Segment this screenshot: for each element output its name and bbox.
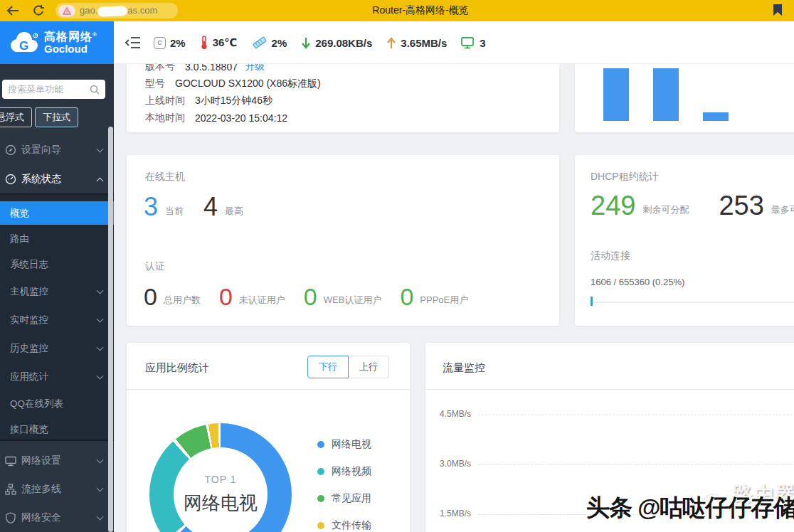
- gridline-4-5: 4.5MB/s: [425, 409, 794, 420]
- cpu-icon: C: [154, 37, 166, 49]
- legend-item-iptv[interactable]: 网络电视: [317, 431, 371, 458]
- up-arrow-icon: [386, 37, 396, 49]
- sidebar-item-system-log[interactable]: 系统日志: [0, 252, 114, 277]
- dhcp-card: DHCP租约统计 249 剩余可分配 253 最多可分配 活动连接 1606 /…: [575, 155, 794, 326]
- mode-tab-floating[interactable]: 悬浮式: [0, 107, 32, 127]
- sidebar-collapse-icon[interactable]: [125, 36, 141, 49]
- watermark-text: 头条 @咕哒仔仔存储: [586, 492, 794, 524]
- cloud-logo-icon: G R: [7, 30, 41, 55]
- menu-search[interactable]: [2, 80, 105, 99]
- donut-top-label: TOP 1: [205, 474, 237, 485]
- sidebar-item-network-settings[interactable]: 网络设置: [0, 447, 114, 475]
- cpu-usage: C 2%: [154, 37, 186, 49]
- sidebar-item-realtime-monitor[interactable]: 实时监控: [0, 307, 114, 333]
- display-icon: [4, 456, 17, 467]
- monitor-icon: [461, 36, 475, 49]
- interface-bars-card: [575, 64, 794, 132]
- legend-item-common-apps[interactable]: 常见应用: [317, 485, 371, 512]
- upload-speed: 3.65MB/s: [386, 37, 447, 49]
- upgrade-link[interactable]: 升级: [245, 64, 265, 73]
- sidebar-item-flow-control[interactable]: 流控多线: [0, 475, 114, 504]
- sidebar-item-setup-wizard[interactable]: 设置向导: [0, 136, 114, 164]
- url-redaction: [97, 6, 127, 16]
- chevron-down-icon: [97, 514, 104, 521]
- card-divider: [425, 389, 794, 390]
- chevron-down-icon: [97, 344, 104, 351]
- dhcp-remaining: 249 剩余可分配: [591, 191, 689, 221]
- legend-item-video[interactable]: 网络视频: [317, 458, 371, 485]
- menu-mode-tabs: 悬浮式 下拉式: [0, 107, 78, 127]
- connections-progress-track: [591, 302, 794, 303]
- brand-logo[interactable]: G R 高格网络® Gocloud: [0, 21, 114, 64]
- chevron-down-icon: [97, 316, 104, 323]
- app-ratio-card: 应用比例统计 下行 上行 TOP 1 网络电视 网络电视 网络视频 常见应用 文…: [127, 343, 410, 532]
- auth-web-users: 0 WEB认证用户: [304, 283, 382, 311]
- mode-tab-dropdown[interactable]: 下拉式: [35, 107, 78, 127]
- app-ratio-title: 应用比例统计: [145, 361, 209, 375]
- brand-name-en: Gocloud: [44, 43, 97, 55]
- sidebar-item-host-monitor[interactable]: 主机监控: [0, 279, 114, 304]
- address-bar[interactable]: gao.as.com: [55, 3, 178, 18]
- tab-upstream[interactable]: 上行: [348, 356, 389, 378]
- y-tick-label: 3.0MB/s: [425, 459, 471, 469]
- legend-dot-teal: [317, 468, 324, 475]
- y-tick-label: 4.5MB/s: [425, 409, 471, 419]
- sidebar-item-overview[interactable]: 概览: [0, 201, 114, 225]
- tab-downstream[interactable]: 下行: [307, 356, 349, 378]
- chevron-up-icon: [97, 177, 104, 184]
- sidebar-item-qq-online-list[interactable]: QQ在线列表: [0, 391, 114, 417]
- down-arrow-icon: [301, 37, 311, 49]
- download-speed: 269.08KB/s: [301, 37, 372, 49]
- legend-dot-blue: [317, 441, 324, 448]
- bar-3: [703, 112, 729, 121]
- svg-text:G: G: [19, 39, 28, 53]
- url-text: gao.as.com: [80, 5, 157, 16]
- dhcp-max: 253 最多可分配: [719, 191, 794, 221]
- gauge-icon: [4, 174, 17, 185]
- search-icon[interactable]: [90, 85, 100, 95]
- model-row: 型号GOCLOUD SX1200 (X86标准版): [145, 75, 321, 92]
- connections-progress-fill: [591, 297, 593, 306]
- sidebar-item-history-monitor[interactable]: 历史监控: [0, 336, 114, 361]
- online-terminals: 3: [461, 36, 485, 49]
- sidebar-item-routing[interactable]: 路由: [0, 226, 114, 252]
- sidebar-scrollbar[interactable]: [108, 127, 113, 532]
- bar-1: [603, 68, 629, 121]
- router-admin-screen: gao.as.com Router-高格网络-概览 G R 高格网络® Gocl…: [0, 0, 794, 532]
- refresh-icon[interactable]: [30, 2, 47, 19]
- memory-usage: 2%: [252, 36, 287, 49]
- sidebar: 悬浮式 下拉式 设置向导 系统状态 概览 路由 系统日志 主机监控 实时监控 历…: [0, 64, 114, 532]
- card-divider: [127, 389, 410, 390]
- dhcp-title: DHCP租约统计: [591, 171, 659, 183]
- active-connections-value: 1606 / 655360 (0.25%): [591, 277, 684, 287]
- sidebar-item-interface-overview[interactable]: 接口概览: [0, 417, 114, 442]
- auth-title: 认证: [145, 260, 165, 273]
- svg-text:R: R: [34, 33, 37, 38]
- version-row: 版本号3.0.5.18807 升级: [145, 64, 265, 75]
- bookmark-icon[interactable]: [773, 4, 783, 19]
- temperature: 36℃: [200, 36, 238, 50]
- legend-dot-green: [317, 495, 324, 502]
- brand-name-cn: 高格网络®: [44, 31, 97, 43]
- bar-2: [653, 68, 679, 121]
- chevron-down-icon: [97, 287, 104, 294]
- search-input[interactable]: [8, 84, 90, 95]
- ram-icon: [252, 36, 268, 49]
- donut-legend: 网络电视 网络视频 常见应用 文件传输: [317, 431, 371, 532]
- current-hosts: 3 当前: [144, 192, 184, 222]
- system-info-card: 版本号3.0.5.18807 升级 型号GOCLOUD SX1200 (X86标…: [127, 64, 559, 132]
- sitemap-icon: [4, 484, 17, 495]
- sidebar-item-network-security[interactable]: 网络安全: [0, 504, 114, 532]
- page-title: Router-高格网络-概览: [314, 4, 527, 17]
- app-header: G R 高格网络® Gocloud C 2% 36℃: [0, 21, 794, 64]
- sidebar-item-app-statistics[interactable]: 应用统计: [0, 364, 114, 390]
- back-icon[interactable]: [4, 2, 21, 19]
- site-warning-icon: [58, 5, 75, 17]
- uptime-row: 上线时间3小时15分钟46秒: [145, 92, 272, 110]
- chevron-down-icon: [97, 457, 104, 464]
- active-connections-title: 活动连接: [591, 250, 630, 262]
- sidebar-item-system-status[interactable]: 系统状态: [0, 165, 114, 193]
- legend-item-file-transfer[interactable]: 文件传输: [317, 512, 371, 532]
- chevron-down-icon: [97, 146, 104, 153]
- traffic-title: 流量监控: [443, 361, 485, 375]
